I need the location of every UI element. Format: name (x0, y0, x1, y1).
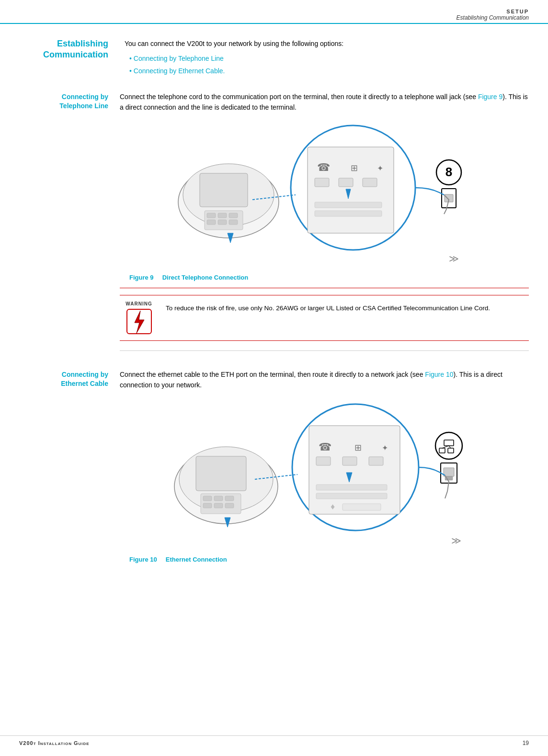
figure9-label: Figure 9 Direct Telephone Connection (120, 274, 529, 281)
svg-rect-51 (316, 493, 387, 499)
svg-rect-9 (229, 220, 238, 225)
warning-top-divider (120, 288, 529, 288)
telephone-sidebar-title: Connecting by Telephone Line (10, 92, 108, 111)
telephone-content: Connect the telephone cord to the commun… (120, 91, 529, 358)
svg-rect-53 (342, 504, 381, 510)
figure9-diagram: ☎ ⊞ ✦ (120, 121, 529, 269)
svg-rect-18 (363, 178, 377, 187)
warning-text: To reduce the risk of fire, use only No.… (166, 301, 490, 314)
ethernet-desc: Connect the ethernet cable to the ETH po… (120, 369, 529, 391)
svg-text:✦: ✦ (377, 164, 383, 172)
footer-left-text: V200t Installation Guide (19, 740, 90, 746)
svg-rect-36 (225, 496, 234, 501)
svg-rect-17 (339, 178, 353, 187)
svg-rect-16 (315, 178, 329, 187)
svg-rect-50 (316, 485, 387, 490)
svg-text:≫: ≫ (451, 535, 461, 546)
ethernet-sidebar-title: Connecting by Ethernet Cable (10, 370, 108, 389)
bullet-ethernet[interactable]: Connecting by Ethernet Cable. (129, 65, 529, 77)
svg-rect-34 (203, 496, 212, 501)
svg-text:✦: ✦ (382, 444, 388, 452)
figure10-label: Figure 10 Ethernet Connection (120, 556, 529, 563)
svg-rect-4 (207, 213, 216, 218)
svg-rect-42 (309, 426, 400, 514)
telephone-desc: Connect the telephone cord to the commun… (120, 91, 529, 113)
warning-bottom-divider (120, 350, 529, 351)
warning-box: WARNING To reduce the risk of fire, use … (120, 295, 529, 341)
svg-rect-7 (207, 220, 216, 225)
page-footer: V200t Installation Guide 19 (0, 735, 548, 746)
svg-rect-5 (218, 213, 227, 218)
figure9-link[interactable]: Figure 9 (478, 93, 502, 101)
svg-rect-56 (444, 440, 454, 446)
svg-rect-37 (203, 503, 212, 508)
establishing-content: You can connect the V200t to your networ… (120, 38, 529, 87)
svg-rect-38 (214, 503, 223, 508)
header-setup-label: Setup (0, 9, 529, 14)
establishing-bullets: Connecting by Telephone Line Connecting … (129, 53, 529, 77)
warning-icon-area: WARNING (120, 301, 158, 335)
svg-text:⊞: ⊞ (351, 163, 358, 173)
svg-rect-32 (196, 456, 246, 491)
establishing-sidebar: Establishing Communication (10, 38, 120, 87)
svg-text:8: 8 (445, 165, 452, 179)
svg-rect-46 (316, 457, 331, 465)
svg-rect-35 (214, 496, 223, 501)
establishing-title: Establishing Communication (10, 38, 108, 61)
svg-text:☎: ☎ (317, 161, 330, 173)
svg-rect-57 (439, 448, 445, 453)
ethernet-sidebar: Connecting by Ethernet Cable (10, 369, 120, 564)
svg-text:♦: ♦ (331, 502, 335, 511)
page-header: Setup Establishing Communication (0, 0, 548, 24)
svg-rect-39 (225, 503, 234, 508)
svg-rect-20 (315, 202, 382, 208)
figure10-diagram: ☎ ⊞ ✦ ♦ (120, 398, 529, 551)
establishing-section: Establishing Communication You can conne… (10, 38, 529, 87)
svg-rect-8 (218, 220, 227, 225)
bullet-telephone[interactable]: Connecting by Telephone Line (129, 53, 529, 65)
telephone-sidebar: Connecting by Telephone Line (10, 91, 120, 358)
svg-rect-47 (342, 457, 357, 465)
telephone-section: Connecting by Telephone Line Connect the… (10, 91, 529, 358)
svg-rect-6 (229, 213, 238, 218)
svg-rect-58 (448, 448, 454, 453)
ethernet-section: Connecting by Ethernet Cable Connect the… (10, 369, 529, 564)
svg-text:⊞: ⊞ (354, 443, 362, 452)
warning-label: WARNING (126, 301, 152, 306)
svg-rect-48 (369, 457, 383, 465)
svg-text:☎: ☎ (319, 441, 331, 453)
figure10-link[interactable]: Figure 10 (425, 371, 453, 378)
warning-lightning-icon (126, 308, 152, 335)
footer-page-number: 19 (523, 740, 529, 746)
header-subtitle: Establishing Communication (0, 14, 529, 21)
ethernet-content: Connect the ethernet cable to the ETH po… (120, 369, 529, 564)
svg-text:≫: ≫ (449, 253, 459, 264)
svg-rect-2 (200, 173, 248, 207)
establishing-intro: You can connect the V200t to your networ… (125, 38, 529, 49)
svg-rect-21 (315, 211, 382, 216)
